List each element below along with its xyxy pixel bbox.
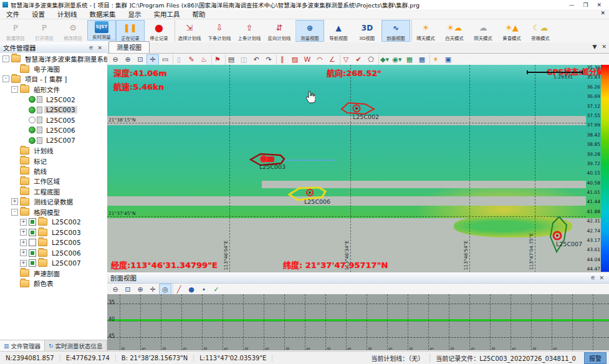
- tree-item-项目 - [ 集群 ][interactable]: -项目 - [ 集群 ]: [0, 74, 107, 84]
- pin-icon[interactable]: ⚟: [87, 45, 95, 51]
- dusk-mode-button[interactable]: ☀▲ 黄昏模式: [497, 20, 526, 42]
- tree-item-智慧海洋多波束集群测量系统[interactable]: -智慧海洋多波束集群测量系统: [0, 54, 107, 64]
- reverse-planline-button[interactable]: ⇵ 反向计划线: [264, 20, 294, 42]
- profile-view-button[interactable]: ∿ 剖面视图: [381, 20, 410, 42]
- map-redo-icon[interactable]: ↷: [262, 54, 275, 65]
- tab-file-manager[interactable]: ▥ 文件管理器: [0, 340, 45, 352]
- profile-zoom-full-icon[interactable]: ⊕: [134, 284, 146, 295]
- prev-planline-button[interactable]: ⇧ 上条计划线: [234, 20, 264, 42]
- tree-item-L25C005[interactable]: L25C005: [0, 115, 107, 125]
- close-button[interactable]: ✕: [597, 2, 602, 8]
- map-zoom-window-icon[interactable]: ⊡: [134, 54, 146, 65]
- tree-item-L25C002[interactable]: +L25C002: [0, 217, 107, 227]
- depth-profile-graph[interactable]: 35 40 45 0505050505050505050505: [107, 294, 609, 350]
- night-mode-button[interactable]: ☾☁ 夜晚模式: [526, 20, 555, 42]
- map-buoy-icon[interactable]: ♨: [198, 54, 210, 65]
- tab-survey-view[interactable]: 测量视图: [108, 41, 150, 53]
- map-draw-symbol-icon[interactable]: ✎: [185, 54, 198, 65]
- map-swath-lines-icon[interactable]: ∥: [276, 54, 289, 65]
- tab-realtime-status[interactable]: ↻ 实时测量状态信息: [45, 340, 107, 352]
- profile-circle-icon[interactable]: ●: [185, 284, 198, 295]
- tree-item-L25C006[interactable]: +L25C006: [0, 247, 107, 257]
- profile-pan-icon[interactable]: ✛: [146, 284, 159, 295]
- tree-item-L25C003[interactable]: +L25C003: [0, 228, 107, 237]
- tree-item-L25C007[interactable]: +L25C007: [0, 258, 107, 268]
- map-funnel-icon[interactable]: ▽: [340, 54, 352, 65]
- mdi-close-icon[interactable]: ✕: [600, 10, 605, 16]
- tree-item-格网模型[interactable]: -格网模型: [0, 207, 107, 217]
- map-colorfill-dropdown-icon[interactable]: ◆▾: [378, 54, 391, 65]
- tree-item-电子海图[interactable]: 电子海图: [0, 64, 107, 74]
- map-sun-shading-icon[interactable]: ☀: [429, 54, 442, 65]
- map-arc-icon[interactable]: ◠: [314, 54, 326, 65]
- menu-item[interactable]: 设置: [26, 9, 51, 19]
- map-image-export-icon[interactable]: ▣: [442, 54, 454, 65]
- profile-zoom-out-icon[interactable]: ⊖: [109, 284, 122, 295]
- menu-item[interactable]: 数据采集: [84, 9, 122, 19]
- tree-item-声速剖面[interactable]: 声速剖面: [0, 268, 107, 278]
- tree-item-工作区域[interactable]: 工作区域: [0, 176, 107, 186]
- menu-item[interactable]: 文件: [0, 9, 26, 19]
- tree-expander-icon[interactable]: +: [20, 219, 27, 226]
- profile-point-icon[interactable]: •: [198, 284, 210, 295]
- new-project-button[interactable]: P 新建项目: [1, 20, 30, 42]
- close-panel-icon[interactable]: ✕: [597, 275, 606, 281]
- map-zoom-in-icon[interactable]: ⊕: [122, 54, 134, 65]
- map-save-icon[interactable]: ◫: [237, 54, 250, 65]
- tree-expander-icon[interactable]: -: [2, 75, 9, 82]
- survey-map[interactable]: 21°38'15"N 21°37'45"N 113°46'04"E 113°46…: [107, 65, 609, 272]
- cloudy-mode-button[interactable]: ☁ 阴天模式: [469, 20, 497, 42]
- vessel-L25C006[interactable]: L25C006: [287, 184, 328, 205]
- nav-view-button[interactable]: ▲ 导航视图: [324, 20, 353, 42]
- profile-magnifier-icon[interactable]: ◎: [159, 284, 171, 295]
- tree-expander-icon[interactable]: +: [20, 249, 27, 256]
- tree-item-L25C007[interactable]: L25C007: [0, 135, 107, 145]
- map-measure-icon[interactable]: ▭: [159, 54, 171, 65]
- map-watercolumn-icon[interactable]: W: [301, 54, 314, 65]
- 3d-view-button[interactable]: 3D 3D视图: [353, 20, 381, 42]
- next-planline-button[interactable]: ⇩ 下条计划线: [204, 20, 234, 42]
- tree-expander-icon[interactable]: +: [11, 198, 18, 205]
- map-edit-record-icon[interactable]: ▤: [225, 54, 237, 65]
- sunny-mode-button[interactable]: ☀ 晴天模式: [411, 20, 440, 42]
- tree-expander-icon[interactable]: +: [20, 239, 27, 246]
- menu-item[interactable]: 计划线: [51, 9, 84, 19]
- stop-recording-button[interactable]: ● 停止记录: [145, 20, 173, 42]
- survey-view-button[interactable]: ⊕ 测量视图: [295, 20, 324, 42]
- minimize-button[interactable]: —: [568, 2, 574, 8]
- tree-item-航线[interactable]: 航线: [0, 166, 107, 176]
- map-palette-dropdown-icon[interactable]: ◉▾: [391, 54, 403, 65]
- vessel-L25C007[interactable]: L25C007: [547, 216, 571, 256]
- tree-expander-icon[interactable]: +: [20, 260, 27, 267]
- alarm-button[interactable]: 报警: [584, 352, 607, 364]
- close-panel-icon[interactable]: ✕: [95, 45, 104, 51]
- map-tile-view-icon[interactable]: ▦: [403, 54, 416, 65]
- tree-expander-icon[interactable]: -: [11, 86, 18, 93]
- map-undo-icon[interactable]: ↶: [250, 54, 262, 65]
- tree-item-颜色表[interactable]: 颜色表: [0, 279, 107, 289]
- tree-item-L25C003[interactable]: L25C003: [0, 105, 107, 115]
- tree-item-船形文件[interactable]: -船形文件: [0, 84, 107, 94]
- tree-item-L25C005[interactable]: +L25C005: [0, 237, 107, 247]
- tree-item-L25C002[interactable]: L25C002: [0, 95, 107, 105]
- modify-project-button[interactable]: ⚙ 修改项目: [59, 20, 87, 42]
- map-pan-icon[interactable]: ✛: [146, 54, 159, 65]
- map-validate-icon[interactable]: ✔: [352, 54, 365, 65]
- tree-expander-icon[interactable]: -: [2, 55, 9, 62]
- profile-validate-icon[interactable]: ✓: [210, 284, 223, 295]
- map-flag-icon[interactable]: ⚑: [211, 54, 224, 65]
- select-planline-button[interactable]: ⇲ 选择计划线: [175, 20, 204, 42]
- menu-item[interactable]: 帮助: [186, 9, 212, 19]
- pin-icon[interactable]: ⚟: [588, 275, 597, 281]
- menu-item[interactable]: 显示: [122, 9, 148, 19]
- profile-line-icon[interactable]: ╱: [173, 284, 185, 295]
- tree-expander-icon[interactable]: +: [20, 229, 27, 236]
- realtime-survey-button[interactable]: S‖ST 实时测量: [87, 20, 116, 41]
- map-polygon-icon[interactable]: ⬠: [365, 54, 377, 65]
- day-mode-button[interactable]: ☀☁ 白天模式: [440, 20, 469, 42]
- vessel-L25C003[interactable]: L25C003: [249, 151, 285, 170]
- vessel-L25C002[interactable]: L25C002: [338, 100, 378, 120]
- open-project-button[interactable]: P 打开项目: [30, 20, 59, 42]
- maximize-button[interactable]: ❐: [583, 2, 588, 8]
- profile-zoom-window-icon[interactable]: ⊡: [122, 284, 134, 295]
